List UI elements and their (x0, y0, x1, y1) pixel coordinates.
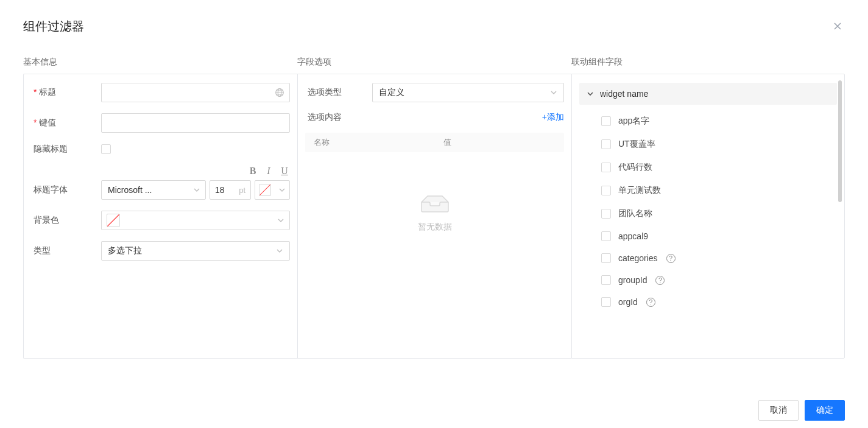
linked-field-item[interactable]: categories? (579, 247, 837, 269)
scrollbar-thumb[interactable] (838, 80, 842, 202)
type-select[interactable]: 多选下拉 (101, 241, 290, 261)
linked-field-item[interactable]: 单元测试数 (579, 179, 837, 202)
title-input[interactable] (101, 83, 290, 102)
add-option-button[interactable]: +添加 (542, 112, 564, 122)
field-label: appcal9 (618, 231, 648, 241)
panels: *标题 *键值 隐藏标题 (0, 74, 868, 383)
font-color-picker[interactable] (255, 180, 290, 200)
field-checkbox[interactable] (601, 163, 611, 172)
section-options-title: 字段选项 (297, 57, 571, 68)
font-toolbar: B I U (101, 166, 290, 177)
help-icon[interactable]: ? (646, 298, 655, 307)
field-label: app名字 (618, 116, 649, 127)
close-icon[interactable] (830, 21, 845, 33)
field-label: UT覆盖率 (618, 139, 655, 150)
bg-color-picker[interactable] (101, 211, 290, 230)
empty-icon (415, 189, 454, 213)
italic-button[interactable]: I (263, 166, 274, 177)
field-checkbox[interactable] (601, 116, 611, 126)
label-option-type: 选项类型 (305, 87, 372, 98)
section-headers: 基本信息 字段选项 联动组件字段 (0, 42, 868, 74)
panel-linked: widget name app名字UT覆盖率代码行数单元测试数团队名称appca… (571, 74, 845, 359)
modal-header: 组件过滤器 (0, 0, 868, 42)
chevron-down-icon (277, 217, 284, 224)
swatch-none-icon (107, 214, 120, 227)
label-bg: 背景色 (31, 215, 101, 226)
empty-text: 暂无数据 (305, 222, 564, 233)
linked-group-name: widget name (600, 89, 648, 99)
panel-options: 选项类型 自定义 选项内容 +添加 名称 值 (297, 74, 571, 359)
field-label: orgId (618, 297, 638, 307)
chevron-down-icon (276, 247, 283, 254)
label-type: 类型 (31, 245, 101, 256)
underline-button[interactable]: U (279, 166, 290, 177)
field-label: groupId (618, 275, 647, 285)
linked-field-item[interactable]: orgId? (579, 291, 837, 313)
help-icon[interactable]: ? (666, 254, 676, 263)
linked-field-item[interactable]: 团队名称 (579, 202, 837, 225)
modal-title: 组件过滤器 (23, 18, 84, 35)
field-label: 代码行数 (618, 162, 652, 173)
linked-field-item[interactable]: groupId? (579, 269, 837, 291)
chevron-down-icon (278, 186, 286, 194)
chevron-down-icon (550, 89, 557, 96)
label-key: *键值 (31, 118, 101, 128)
panel-basic: *标题 *键值 隐藏标题 (23, 74, 297, 359)
chevron-down-icon (193, 186, 200, 194)
option-type-select[interactable]: 自定义 (372, 83, 564, 102)
linked-field-item[interactable]: UT覆盖率 (579, 133, 837, 156)
modal: 组件过滤器 基本信息 字段选项 联动组件字段 *标题 (0, 0, 868, 428)
linked-field-item[interactable]: appcal9 (579, 225, 837, 247)
hide-title-checkbox[interactable] (101, 144, 111, 154)
field-checkbox[interactable] (601, 297, 611, 307)
field-label: categories (618, 253, 658, 263)
linked-field-item[interactable]: app名字 (579, 110, 837, 133)
col-name: 名称 (305, 137, 435, 148)
globe-icon[interactable] (275, 88, 284, 97)
linked-field-item[interactable]: 代码行数 (579, 156, 837, 179)
field-checkbox[interactable] (601, 275, 611, 285)
field-checkbox[interactable] (601, 186, 611, 195)
label-hide-title: 隐藏标题 (31, 144, 101, 155)
field-checkbox[interactable] (601, 231, 611, 241)
field-checkbox[interactable] (601, 139, 611, 149)
help-icon[interactable]: ? (655, 276, 665, 285)
linked-group-header[interactable]: widget name (579, 83, 837, 105)
swatch-none-icon (259, 184, 271, 196)
font-size-input[interactable]: 18 pt (210, 180, 251, 200)
font-family-select[interactable]: Microsoft ... (101, 180, 206, 200)
label-title: *标题 (31, 87, 101, 98)
label-font: 标题字体 (31, 184, 101, 195)
field-label: 单元测试数 (618, 185, 661, 196)
ok-button[interactable]: 确定 (805, 400, 845, 421)
options-empty: 暂无数据 (305, 189, 564, 233)
key-input[interactable] (101, 113, 290, 133)
field-checkbox[interactable] (601, 209, 611, 219)
col-value: 值 (435, 137, 565, 148)
bold-button[interactable]: B (247, 166, 258, 177)
label-option-content: 选项内容 (305, 112, 372, 123)
cancel-button[interactable]: 取消 (758, 400, 799, 421)
chevron-down-icon (587, 90, 594, 97)
field-label: 团队名称 (618, 208, 652, 219)
section-basic-title: 基本信息 (23, 57, 297, 68)
section-linked-title: 联动组件字段 (571, 57, 845, 68)
field-checkbox[interactable] (601, 253, 611, 263)
modal-footer: 取消 确定 (0, 383, 868, 428)
options-table-header: 名称 值 (305, 133, 564, 152)
